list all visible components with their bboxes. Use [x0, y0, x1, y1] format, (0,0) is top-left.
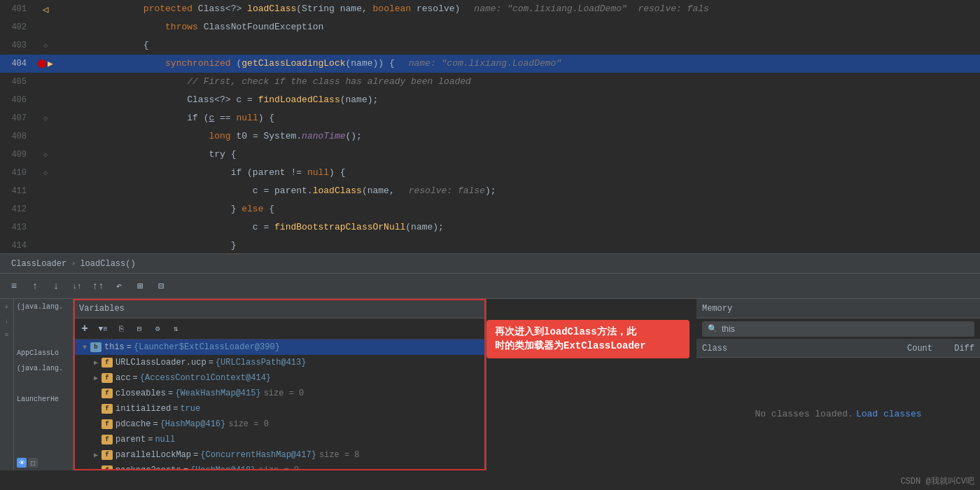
expand-icon[interactable]: ▼	[79, 342, 90, 353]
sidebar-class-item[interactable]	[14, 314, 73, 330]
bottom-panel: + ↓ ≡ (java.lang. AppClassLo (java.lang.…	[0, 298, 980, 470]
variable-item-parallellockmap[interactable]: ▶ f parallelLockMap = {ConcurrentHashMap…	[74, 447, 486, 463]
toolbar-collapse-btn[interactable]: ⊟	[153, 278, 169, 295]
expand-icon[interactable]: ▶	[90, 449, 102, 461]
var-type-icon: f	[102, 404, 113, 414]
sidebar-class-item[interactable]: LauncherHe	[14, 391, 73, 407]
line-number: 408	[0, 132, 35, 141]
variables-panel-header: Variables	[74, 299, 486, 318]
memory-panel: Memory 🔍 Class Count Diff No classes loa…	[696, 299, 980, 470]
line-content: }	[56, 218, 980, 253]
line-number: 404	[0, 59, 35, 69]
variable-item-this[interactable]: ▼ b this = {Launcher$ExtClassLoader@390}	[74, 340, 486, 355]
debugger-arrow-icon: ◁	[43, 4, 48, 15]
var-type-icon: f	[102, 465, 113, 470]
copy-btn[interactable]: ⎘	[113, 321, 130, 337]
diamond-icon: ◇	[43, 114, 48, 122]
toolbar-step-out-btn[interactable]: ↓↑	[69, 278, 85, 295]
diamond-icon: ◇	[43, 169, 48, 177]
variable-item-parent[interactable]: f parent = null	[74, 432, 486, 447]
toolbar-step-into-btn[interactable]: ↓	[48, 278, 64, 295]
expand-icon-empty	[90, 419, 102, 430]
debug-left-sidebar: + ↓ ≡	[0, 299, 14, 470]
var-type-icon: f	[102, 419, 113, 429]
sidebar-icon-3[interactable]: ≡	[1, 330, 13, 341]
toolbar-step-over-btn[interactable]: ↑	[27, 278, 43, 295]
code-editor: 401 ◁ protected Class<?> loadClass(Strin…	[0, 0, 980, 273]
line-gutter: ◇	[35, 41, 56, 50]
filter-btn[interactable]: ⊟	[131, 321, 148, 337]
memory-table-header: Class Count Diff	[696, 340, 980, 358]
variable-item-closeables[interactable]: f closeables = {WeakHashMap@415} size = …	[74, 386, 486, 401]
watermark: CSDN @我就叫CV吧	[900, 475, 974, 487]
col-diff-header: Diff	[932, 344, 974, 354]
expand-icon-empty	[90, 434, 102, 445]
search-icon: 🔍	[708, 324, 718, 333]
variable-item-package2certs[interactable]: ▶ f package2certs = {HashMap@418} size =…	[74, 463, 486, 470]
no-classes-text: No classes loaded.	[755, 409, 853, 419]
sidebar-class-item[interactable]: (java.lang.	[14, 299, 73, 314]
line-gutter: ▶	[35, 58, 56, 69]
sidebar-class-item[interactable]	[14, 330, 73, 345]
var-type-icon: f	[102, 388, 113, 398]
expand-icon[interactable]: ▶	[90, 465, 102, 470]
expand-icon[interactable]: ▶	[90, 372, 102, 384]
annotation-text: 再次进入到loadClass方法，此 时的类加载器为ExtClassLoader	[495, 326, 646, 351]
variables-toolbar: + ▼≡ ⎘ ⊟ ⚙ ⇅	[74, 318, 486, 340]
sidebar-icon-eye[interactable]: 👁	[17, 458, 27, 468]
col-count-header: Count	[862, 344, 932, 354]
variable-item-ucp[interactable]: ▶ f URLClassLoader.ucp = {URLClassPath@4…	[74, 355, 486, 370]
line-gutter: ◁	[35, 4, 56, 15]
expand-icon[interactable]: ▶	[90, 357, 102, 368]
sidebar-icon-2[interactable]: ↓	[1, 316, 13, 327]
diamond-icon: ◇	[43, 150, 48, 159]
var-type-icon: f	[102, 373, 113, 383]
col-class-header: Class	[702, 344, 862, 354]
sidebar-class-item[interactable]: AppClassLo	[14, 345, 73, 360]
add-watch-btn[interactable]: +	[76, 321, 93, 337]
var-type-icon: b	[90, 342, 102, 352]
memory-panel-header: Memory	[696, 299, 980, 318]
line-number: 401	[0, 4, 35, 14]
memory-search-input[interactable]	[722, 324, 969, 334]
toolbar-lines-btn[interactable]: ≡	[6, 278, 22, 295]
line-number: 412	[0, 204, 35, 214]
var-type-icon: f	[102, 450, 113, 460]
var-type-icon: f	[102, 358, 113, 368]
variables-title: Variables	[79, 304, 125, 314]
variables-panel: Variables + ▼≡ ⎘ ⊟ ⚙ ⇅ ▼ b this = {Launc…	[74, 299, 486, 470]
sidebar-icon-1[interactable]: +	[1, 302, 13, 313]
breadcrumb-method[interactable]: loadClass()	[80, 259, 135, 269]
load-classes-link[interactable]: Load classes	[856, 409, 922, 419]
breadcrumb-separator: ›	[71, 259, 76, 269]
expand-icon-empty	[90, 403, 102, 414]
settings-btn[interactable]: ⚙	[149, 321, 166, 337]
line-number: 410	[0, 168, 35, 178]
diamond-icon: ◇	[43, 41, 48, 50]
left-class-sidebar: (java.lang. AppClassLo (java.lang. Launc…	[14, 299, 74, 470]
memory-title: Memory	[702, 304, 732, 314]
sort-btn[interactable]: ⇅	[167, 321, 184, 337]
debug-toolbar: ≡ ↑ ↓ ↓↑ ↑↑ ↶ ⊞ ⊟	[0, 273, 980, 298]
variable-item-initialized[interactable]: f initialized = true	[74, 401, 486, 416]
variable-item-acc[interactable]: ▶ f acc = {AccessControlContext@414}	[74, 370, 486, 386]
toolbar-resume-btn[interactable]: ↑↑	[90, 278, 106, 295]
sidebar-class-item[interactable]: (java.lang.	[14, 360, 73, 376]
line-number: 402	[0, 22, 35, 32]
toolbar-expand-btn[interactable]: ⊞	[132, 278, 148, 295]
expand-icon-empty	[90, 388, 102, 399]
line-gutter: ◇	[35, 150, 56, 159]
code-line-414: 414 }	[0, 237, 980, 253]
sidebar-icon-watch[interactable]: ⬚	[28, 458, 38, 468]
memory-search-area: 🔍	[696, 318, 980, 340]
line-number: 403	[0, 41, 35, 50]
variable-item-pdcache[interactable]: f pdcache = {HashMap@416} size = 0	[74, 416, 486, 432]
sidebar-class-item[interactable]	[14, 376, 73, 391]
var-type-icon: f	[102, 435, 113, 444]
line-gutter: ◇	[35, 169, 56, 177]
toolbar-revert-btn[interactable]: ↶	[111, 278, 127, 295]
collapse-all-btn[interactable]: ▼≡	[94, 321, 111, 337]
breadcrumb-class[interactable]: ClassLoader	[11, 259, 66, 269]
line-gutter: ◇	[35, 114, 56, 122]
breadcrumb: ClassLoader › loadClass()	[0, 253, 980, 273]
